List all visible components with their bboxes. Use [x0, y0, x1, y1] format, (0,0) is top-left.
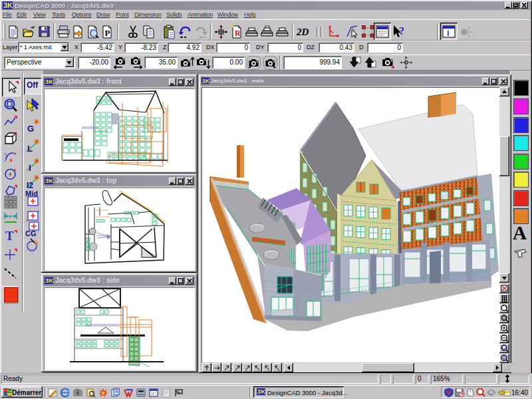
svg-text:x: x — [9, 213, 11, 219]
svg-text:2D: 2D — [296, 27, 309, 37]
svg-text:T: T — [5, 229, 14, 243]
svg-text:3K: 3K — [257, 388, 265, 395]
svg-text:3K: 3K — [202, 78, 209, 84]
svg-text:R: R — [235, 29, 241, 38]
svg-text:I: I — [29, 163, 31, 173]
svg-text:?: ? — [4, 152, 7, 157]
svg-text:3K: 3K — [45, 78, 53, 85]
svg-text:L: L — [27, 144, 33, 154]
svg-text:G: G — [27, 124, 34, 134]
svg-text:3K: 3K — [3, 1, 13, 9]
svg-text:?: ? — [399, 25, 404, 37]
svg-text:3K: 3K — [45, 177, 53, 184]
svg-text:3K: 3K — [45, 277, 53, 284]
svg-text:I2: I2 — [27, 181, 33, 190]
svg-text:i: i — [447, 28, 450, 38]
svg-text:P: P — [105, 28, 110, 38]
